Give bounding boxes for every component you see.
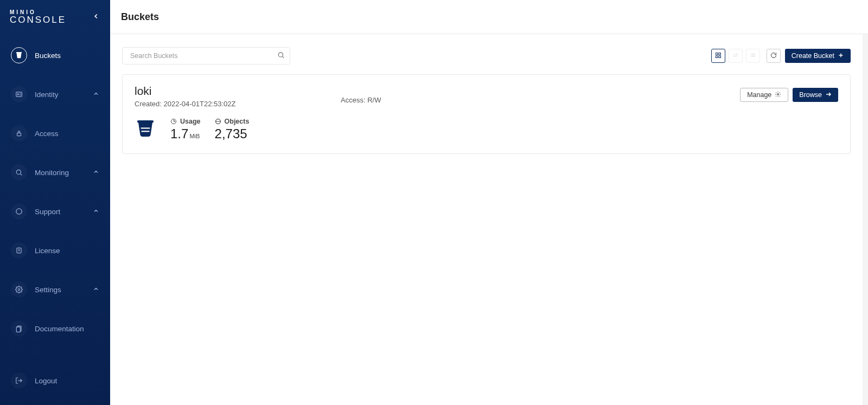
bucket-access-value: R/W (367, 96, 381, 104)
browse-label: Browse (799, 91, 822, 99)
bucket-icon (135, 118, 156, 139)
sidebar-item-license[interactable]: License (4, 237, 106, 264)
toolbar-right: Create Bucket (711, 49, 851, 63)
browse-button[interactable]: Browse (793, 88, 838, 102)
svg-point-12 (18, 288, 20, 291)
objects-icon (215, 118, 221, 125)
sidebar-item-label: Support (35, 208, 85, 216)
content: Create Bucket loki Created: 2022-04-01T2… (110, 34, 868, 405)
stat-objects-label: Objects (225, 118, 250, 125)
sidebar-item-identity[interactable]: Identity (4, 81, 106, 108)
sidebar-item-access[interactable]: Access (4, 120, 106, 147)
svg-rect-32 (141, 127, 150, 128)
stat-usage-unit: MiB (189, 133, 200, 139)
page-title: Buckets (121, 11, 159, 23)
svg-point-8 (16, 209, 22, 215)
svg-line-7 (20, 173, 22, 175)
sidebar-item-label: Monitoring (35, 169, 85, 177)
chevron-up-icon (93, 286, 99, 293)
arrow-right-icon (825, 91, 832, 99)
manage-button[interactable]: Manage (740, 88, 788, 102)
sidebar-nav: Buckets Identity Access Monitoring (0, 30, 110, 367)
bucket-access-prefix: Access: (341, 96, 366, 104)
sidebar-item-label: Identity (35, 91, 85, 99)
stat-usage: Usage 1.7MiB (170, 118, 201, 142)
svg-rect-33 (142, 131, 150, 132)
chevron-left-icon (92, 12, 100, 22)
stat-objects-value: 2,735 (215, 126, 250, 142)
sidebar-item-label: License (35, 247, 99, 255)
brand-bottom: CONSOLE (10, 15, 66, 24)
view-sort-button[interactable] (729, 49, 743, 63)
sidebar-item-settings[interactable]: Settings (4, 276, 106, 303)
sidebar: MINIO CONSOLE Buckets Identity (0, 0, 110, 405)
sidebar-item-monitoring[interactable]: Monitoring (4, 159, 106, 186)
stat-usage-label-row: Usage (170, 118, 201, 125)
main: Buckets (110, 0, 868, 405)
sidebar-item-logout[interactable]: Logout (4, 367, 106, 394)
sidebar-footer: Logout (0, 367, 110, 405)
bucket-stats: Usage 1.7MiB Objects 2,735 (135, 118, 838, 142)
search-buckets (122, 47, 290, 65)
bucket-icon (11, 47, 27, 63)
svg-point-16 (278, 53, 283, 57)
stat-usage-value: 1.7 (170, 126, 188, 141)
sidebar-header: MINIO CONSOLE (0, 0, 110, 30)
svg-rect-0 (16, 52, 22, 53)
manage-label: Manage (747, 91, 771, 99)
list-icon (750, 52, 756, 60)
search-input[interactable] (122, 47, 290, 65)
sidebar-item-label: Settings (35, 286, 85, 294)
support-icon (11, 203, 27, 220)
sidebar-item-documentation[interactable]: Documentation (4, 315, 106, 342)
usage-icon (170, 118, 177, 125)
stat-objects-label-row: Objects (215, 118, 250, 125)
svg-rect-19 (719, 53, 721, 55)
brand: MINIO CONSOLE (10, 10, 66, 24)
bucket-created-prefix: Created: (135, 100, 162, 108)
bucket-created: Created: 2022-04-01T22:53:02Z (135, 100, 319, 108)
bucket-title-column: loki Created: 2022-04-01T22:53:02Z (135, 85, 319, 108)
svg-point-6 (16, 170, 21, 174)
sort-icon (732, 52, 739, 60)
toolbar: Create Bucket (122, 47, 851, 65)
bucket-name[interactable]: loki (135, 85, 319, 98)
sidebar-item-buckets[interactable]: Buckets (4, 42, 106, 69)
stat-usage-label: Usage (180, 118, 201, 125)
chevron-up-icon (93, 208, 99, 215)
bucket-actions: Manage Browse (740, 85, 838, 102)
bucket-access: Access: R/W (341, 88, 381, 104)
view-list-button[interactable] (746, 49, 760, 63)
stat-usage-value-row: 1.7MiB (170, 126, 201, 142)
bucket-created-value: 2022-04-01T22:53:02Z (164, 100, 236, 108)
create-bucket-label: Create Bucket (792, 52, 834, 60)
svg-line-17 (283, 56, 284, 58)
bucket-card: loki Created: 2022-04-01T22:53:02Z Acces… (122, 74, 851, 154)
lock-icon (11, 125, 27, 142)
svg-rect-31 (137, 120, 154, 123)
sidebar-collapse-button[interactable] (91, 12, 101, 23)
refresh-button[interactable] (767, 49, 781, 63)
view-grid-button[interactable] (711, 49, 725, 63)
documentation-icon (11, 320, 27, 337)
sidebar-item-label: Access (35, 130, 99, 138)
svg-point-2 (17, 94, 18, 95)
logout-icon (11, 372, 27, 389)
chevron-up-icon (93, 169, 99, 176)
svg-rect-14 (16, 327, 20, 332)
sidebar-item-label: Documentation (35, 325, 99, 333)
sidebar-item-support[interactable]: Support (4, 198, 106, 225)
search-icon (277, 52, 285, 61)
sidebar-item-label: Buckets (35, 52, 99, 60)
license-icon (11, 242, 27, 259)
stat-objects: Objects 2,735 (215, 118, 250, 142)
plus-icon (838, 52, 844, 60)
svg-rect-18 (716, 53, 718, 55)
chevron-up-icon (93, 91, 99, 98)
create-bucket-button[interactable]: Create Bucket (785, 49, 851, 63)
gear-icon (775, 91, 781, 99)
gear-icon (11, 281, 27, 298)
monitoring-icon (11, 164, 27, 181)
sidebar-item-label: Logout (35, 377, 99, 385)
grid-icon (715, 52, 722, 60)
